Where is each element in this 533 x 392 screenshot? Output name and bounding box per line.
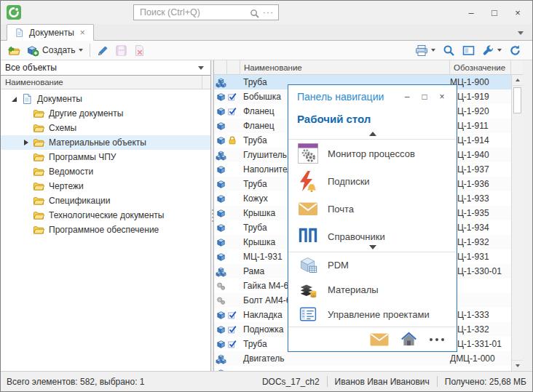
tree-item[interactable]: Ведомости bbox=[1, 164, 210, 179]
menu-item[interactable] bbox=[81, 9, 94, 15]
scroll-down-icon[interactable] bbox=[512, 360, 523, 371]
scrollbar-thumb[interactable] bbox=[513, 87, 521, 113]
tree-item[interactable]: Программы ЧПУ bbox=[1, 150, 210, 164]
tree-item[interactable]: Программное обеспечение bbox=[1, 223, 210, 237]
row-designation: МЦ-1-940 bbox=[450, 150, 511, 160]
row-designation: МЦ-1-911 bbox=[450, 121, 511, 131]
column-designation[interactable]: Обозначение bbox=[450, 60, 511, 74]
tree-item[interactable]: Другие документы bbox=[1, 106, 210, 121]
home-icon[interactable] bbox=[400, 332, 417, 347]
navigation-panel-titlebar[interactable]: Панель навигации – □ × bbox=[288, 85, 457, 108]
tree-header-label: Наименование bbox=[5, 78, 63, 87]
refresh-button[interactable] bbox=[506, 42, 524, 58]
tab-label: Документы bbox=[29, 28, 74, 38]
settings-wrench-button[interactable] bbox=[479, 42, 505, 58]
search-input[interactable] bbox=[138, 7, 246, 18]
scroll-down-button[interactable] bbox=[288, 242, 457, 252]
nav-item[interactable]: Управление проектами bbox=[288, 302, 457, 327]
mail-icon[interactable] bbox=[370, 333, 389, 346]
scroll-up-icon[interactable] bbox=[512, 75, 523, 86]
maximize-button[interactable]: □ bbox=[483, 4, 506, 22]
vertical-scrollbar[interactable] bbox=[511, 75, 523, 371]
collapse-up-button[interactable] bbox=[288, 129, 457, 139]
tree-item[interactable]: Схемы bbox=[1, 121, 210, 135]
toolbar: Создать bbox=[1, 41, 532, 60]
close-button[interactable]: × bbox=[433, 89, 451, 104]
nav-item-label: Почта bbox=[328, 204, 354, 215]
navigation-panel-title: Панель навигации bbox=[297, 91, 384, 103]
status-separator bbox=[327, 376, 328, 387]
folder-icon bbox=[33, 195, 45, 207]
column-name[interactable]: Наименование bbox=[240, 60, 450, 74]
minimize-button[interactable]: – bbox=[398, 89, 416, 104]
menu-item[interactable] bbox=[55, 9, 68, 15]
part-icon bbox=[214, 339, 227, 350]
check-icon bbox=[227, 92, 240, 102]
tree-item-label: Чертежи bbox=[49, 181, 84, 191]
more-options-icon[interactable] bbox=[429, 337, 445, 342]
close-button[interactable]: × bbox=[506, 4, 529, 22]
check-icon bbox=[227, 339, 240, 349]
row-designation: МЦ-1-932 bbox=[450, 237, 511, 247]
tree-expander[interactable] bbox=[9, 94, 20, 104]
tree-expander[interactable] bbox=[21, 225, 31, 235]
minimize-button[interactable]: – bbox=[459, 4, 483, 22]
tab-documents[interactable]: Документы × bbox=[7, 24, 94, 41]
tree-item[interactable]: Материальные объекты bbox=[1, 135, 210, 150]
tree-expander[interactable] bbox=[21, 196, 31, 206]
menu-item[interactable] bbox=[28, 9, 42, 15]
create-button[interactable]: Создать bbox=[23, 42, 86, 58]
part-icon bbox=[214, 135, 227, 146]
table-row[interactable]: Двигатель ДМЦ-1-000 bbox=[214, 351, 511, 366]
tree-expander[interactable] bbox=[21, 137, 31, 148]
tree-item[interactable]: Документы bbox=[1, 92, 210, 106]
tab-list-dropdown-icon[interactable] bbox=[518, 31, 524, 35]
edit-button[interactable] bbox=[94, 42, 112, 58]
tree-item[interactable]: Технологические документы bbox=[1, 208, 210, 223]
delete-button[interactable] bbox=[130, 42, 149, 58]
assembly-icon bbox=[214, 77, 227, 88]
tree-expander[interactable] bbox=[21, 108, 31, 119]
tree-item[interactable]: Спецификации bbox=[1, 193, 210, 208]
assembly-icon bbox=[214, 353, 227, 364]
save-button[interactable] bbox=[112, 42, 130, 58]
column-icon[interactable] bbox=[214, 60, 227, 74]
status-total: Всего элементов: 582, выбрано: 1 bbox=[7, 377, 145, 387]
row-name: Двигатель bbox=[240, 353, 450, 364]
row-designation: МЦ-1-331-01 bbox=[450, 339, 511, 349]
tree-expander[interactable] bbox=[21, 210, 31, 220]
table-header: Наименование Обозначение bbox=[214, 60, 523, 75]
tree-expander[interactable] bbox=[21, 167, 31, 177]
nav-item[interactable]: Подписки bbox=[288, 167, 457, 195]
projects-icon bbox=[297, 303, 319, 325]
nav-item[interactable]: PDM bbox=[288, 252, 457, 277]
nav-item[interactable]: Справочники bbox=[288, 223, 457, 242]
search-icon[interactable] bbox=[250, 8, 259, 17]
preview-pane-button[interactable] bbox=[459, 42, 478, 58]
folder-icon bbox=[33, 122, 45, 134]
tree-expander[interactable] bbox=[21, 152, 31, 162]
table-row[interactable] bbox=[214, 366, 511, 371]
tree-expander[interactable] bbox=[21, 123, 31, 133]
nav-item[interactable]: Монитор процессов bbox=[288, 140, 457, 167]
tree-header[interactable]: Наименование bbox=[1, 76, 210, 89]
tab-close-icon[interactable]: × bbox=[79, 28, 86, 37]
search-more-icon[interactable]: ··· bbox=[263, 9, 274, 16]
search-box: ··· bbox=[133, 4, 279, 20]
status-user: Иванов Иван Иванович bbox=[335, 377, 430, 387]
menu-item[interactable] bbox=[42, 9, 55, 15]
column-mark[interactable] bbox=[227, 60, 240, 74]
tree-item[interactable]: Чертежи bbox=[1, 179, 210, 193]
menu-item[interactable] bbox=[94, 9, 107, 15]
tree-item-label: Программы ЧПУ bbox=[49, 152, 116, 162]
tree-expander[interactable] bbox=[21, 181, 31, 191]
row-designation: МЦ-1-900 bbox=[450, 77, 511, 87]
menu-item[interactable] bbox=[68, 9, 81, 15]
open-folder-button[interactable] bbox=[4, 42, 23, 58]
nav-item[interactable]: Материалы bbox=[288, 277, 457, 302]
objects-filter-combobox[interactable]: Все объекты bbox=[1, 60, 210, 76]
print-button[interactable] bbox=[412, 42, 438, 58]
nav-item[interactable]: Почта bbox=[288, 195, 457, 223]
maximize-button[interactable]: □ bbox=[416, 89, 433, 104]
find-button[interactable] bbox=[440, 42, 458, 58]
